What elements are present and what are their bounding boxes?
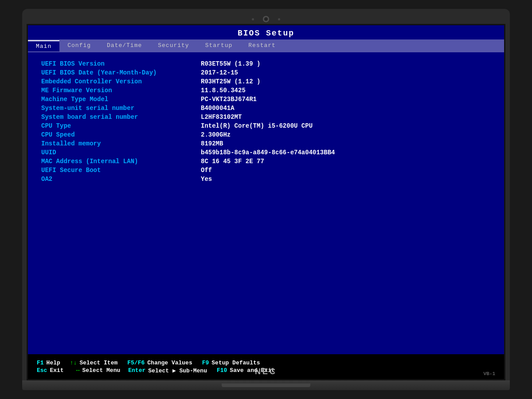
- bios-main-content: UEFI BIOS VersionR03ET55W (1.39 )UEFI BI…: [28, 52, 504, 354]
- footer-row-bottom: Esc Exit ↔ Select Menu Enter Select ▶ Su…: [37, 367, 275, 374]
- tab-main[interactable]: Main: [28, 40, 59, 51]
- bios-row-label: System-unit serial number: [41, 105, 201, 112]
- bios-row-value: 2.300GHz: [201, 131, 231, 138]
- footer-enter-key: Enter: [128, 367, 145, 374]
- bios-row: System-unit serial numberB4000041A: [41, 104, 491, 113]
- bios-row-label: System board serial number: [41, 113, 201, 121]
- bios-screen: BIOS Setup Main Config Date/Time Securit…: [27, 24, 505, 380]
- footer-f1-key: F1: [37, 360, 44, 366]
- tab-restart[interactable]: Restart: [240, 40, 284, 51]
- footer-sub-menu-desc: Select ▶ Sub-Menu: [148, 367, 207, 374]
- tab-startup[interactable]: Startup: [197, 40, 241, 51]
- bios-row-label: UEFI BIOS Version: [41, 60, 201, 67]
- bios-row: Installed memory8192MB: [41, 139, 491, 148]
- bios-row: MAC Address (Internal LAN)8C 16 45 3F 2E…: [41, 157, 491, 166]
- bios-row: CPU Speed2.300GHz: [41, 130, 491, 139]
- bios-row-value: R03ET55W (1.39 ): [201, 60, 260, 67]
- bios-row-label: UEFI BIOS Date (Year-Month-Day): [41, 69, 201, 76]
- bios-row: UEFI BIOS VersionR03ET55W (1.39 ): [41, 59, 491, 68]
- bios-row-value: B4000041A: [201, 105, 235, 112]
- bios-row-label: Machine Type Model: [41, 96, 201, 103]
- bios-title: BIOS Setup: [28, 25, 504, 39]
- bios-row-value: b459b18b-8c9a-a849-8c66-e74a04013BB4: [201, 149, 335, 156]
- footer-f10-key: F10: [217, 367, 227, 374]
- footer-f9-key: F9: [202, 360, 209, 366]
- nec-brand: NEC: [255, 367, 277, 376]
- footer-f5f6-key: F5/F6: [127, 360, 145, 366]
- bios-row-value: Off: [201, 167, 212, 174]
- bios-row: UEFI BIOS Date (Year-Month-Day)2017-12-1…: [41, 68, 491, 77]
- laptop-bottom: [22, 380, 510, 390]
- bios-row-value: Yes: [201, 176, 212, 183]
- tab-datetime[interactable]: Date/Time: [99, 40, 150, 51]
- bios-row: ME Firmware Version11.8.50.3425: [41, 86, 491, 95]
- mic-dot-right: [278, 18, 280, 20]
- bios-container: BIOS Setup Main Config Date/Time Securit…: [28, 25, 504, 379]
- bios-row-label: UUID: [41, 149, 201, 156]
- bios-row-label: CPU Type: [41, 122, 201, 129]
- bios-row-label: MAC Address (Internal LAN): [41, 158, 201, 165]
- footer-lr-arrows-icon: ↔: [76, 367, 80, 374]
- bios-row: UEFI Secure BootOff: [41, 166, 491, 175]
- bios-row: Machine Type ModelPC-VKT23BJ674R1: [41, 95, 491, 104]
- footer-row-top: F1 Help ↑↓ Select Item F5/F6 Change Valu…: [37, 360, 275, 366]
- bios-row-value: 8C 16 45 3F 2E 77: [201, 158, 264, 165]
- bios-row-label: UEFI Secure Boot: [41, 167, 201, 174]
- bios-row-label: ME Firmware Version: [41, 87, 201, 94]
- version-badge: VB-1: [484, 371, 495, 376]
- bios-row: UUIDb459b18b-8c9a-a849-8c66-e74a04013BB4: [41, 148, 491, 157]
- bios-row-label: Embedded Controller Version: [41, 78, 201, 85]
- laptop-hinge: [222, 383, 310, 387]
- footer-select-item-desc: Select Item: [79, 360, 117, 366]
- webcam-area: [27, 13, 505, 24]
- webcam: [263, 16, 269, 22]
- tab-security[interactable]: Security: [150, 40, 197, 51]
- footer-change-values-desc: Change Values: [147, 360, 192, 366]
- laptop-outer: BIOS Setup Main Config Date/Time Securit…: [22, 9, 510, 390]
- bios-row: Embedded Controller VersionR03HT25W (1.1…: [41, 77, 491, 86]
- footer-setup-defaults-desc: Setup Defaults: [211, 360, 260, 366]
- footer-f1-desc: Help: [47, 360, 60, 366]
- footer-arrows-icon: ↑↓: [70, 360, 77, 366]
- bios-row-value: PC-VKT23BJ674R1: [201, 96, 257, 103]
- bios-row-value: 8192MB: [201, 140, 223, 147]
- mic-dot-left: [252, 18, 254, 20]
- bios-row: OA2Yes: [41, 175, 491, 184]
- footer-esc-key: Esc: [37, 367, 47, 374]
- bios-row-value: L2HF83102MT: [201, 113, 242, 121]
- footer-exit-desc: Exit: [50, 367, 63, 374]
- tab-config[interactable]: Config: [59, 40, 99, 51]
- bios-tabs: Main Config Date/Time Security Startup R…: [28, 39, 504, 52]
- bios-row-label: CPU Speed: [41, 131, 201, 138]
- bios-row-value: Intel(R) Core(TM) i5-6200U CPU: [201, 122, 313, 129]
- bios-row-value: R03HT25W (1.12 ): [201, 78, 260, 85]
- bios-row-label: Installed memory: [41, 140, 201, 147]
- footer-select-menu-desc: Select Menu: [82, 367, 120, 374]
- footer-line-1: F1 Help ↑↓ Select Item F5/F6 Change Valu…: [37, 360, 275, 374]
- bios-row-label: OA2: [41, 176, 201, 183]
- bios-row: CPU TypeIntel(R) Core(TM) i5-6200U CPU: [41, 121, 491, 130]
- bios-row-value: 2017-12-15: [201, 69, 238, 76]
- bios-row-value: 11.8.50.3425: [201, 87, 246, 94]
- bios-row: System board serial numberL2HF83102MT: [41, 113, 491, 121]
